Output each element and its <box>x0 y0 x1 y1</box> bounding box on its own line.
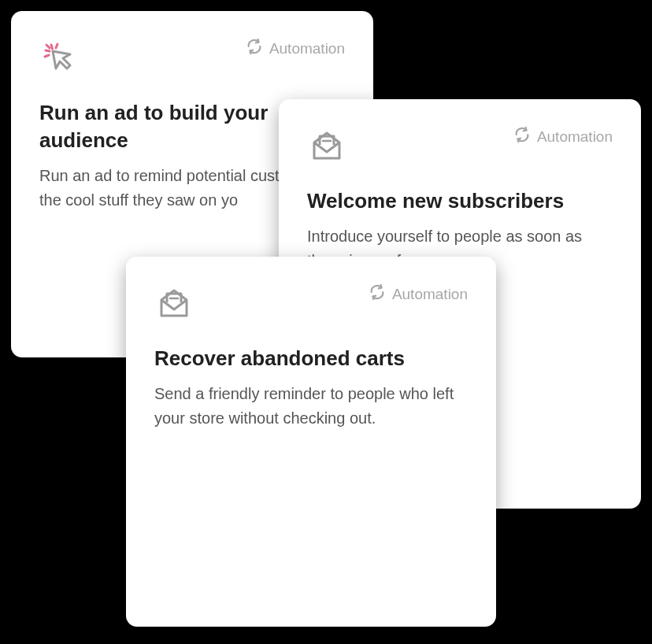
automation-badge-label: Automation <box>537 128 613 146</box>
automation-badge: Automation <box>513 126 613 147</box>
refresh-icon <box>369 283 386 305</box>
refresh-icon <box>513 126 531 147</box>
email-send-icon <box>307 126 346 165</box>
email-send-icon <box>154 283 194 323</box>
svg-line-3 <box>56 44 57 48</box>
automation-badge: Automation <box>246 38 345 59</box>
card-header: Automation <box>307 126 613 165</box>
cursor-click-icon <box>39 38 79 77</box>
svg-line-2 <box>46 45 50 48</box>
card-description: Send a friendly reminder to people who l… <box>154 382 468 431</box>
automation-badge-label: Automation <box>392 286 468 303</box>
card-header: Automation <box>39 38 345 77</box>
automation-badge: Automation <box>369 283 468 305</box>
refresh-icon <box>246 38 263 59</box>
card-title: Welcome new subscribers <box>307 187 613 215</box>
svg-line-4 <box>45 55 49 57</box>
card-title: Recover abandoned carts <box>154 345 468 372</box>
card-recover-cart[interactable]: Automation Recover abandoned carts Send … <box>126 257 496 627</box>
card-header: Automation <box>154 283 468 323</box>
automation-badge-label: Automation <box>269 40 345 57</box>
svg-line-0 <box>51 45 53 49</box>
svg-line-1 <box>46 50 50 51</box>
